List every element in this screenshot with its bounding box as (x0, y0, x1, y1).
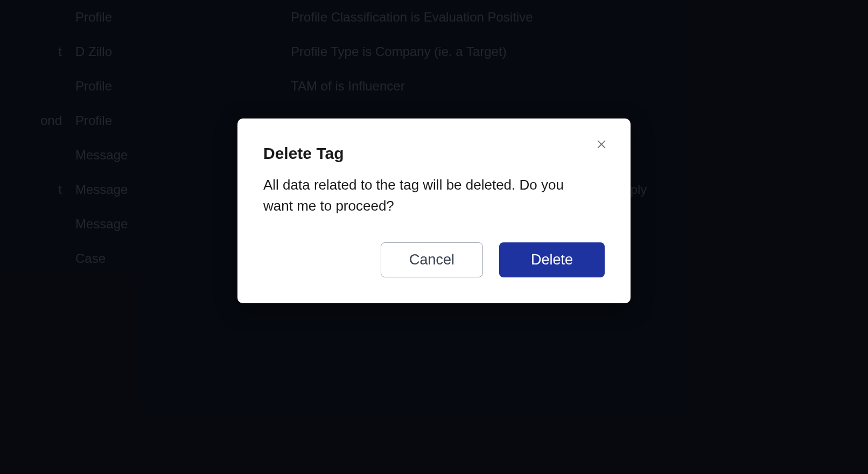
modal-overlay: Delete Tag All data related to the tag w… (0, 0, 868, 474)
dialog-title: Delete Tag (263, 144, 344, 163)
delete-button[interactable]: Delete (499, 242, 605, 277)
close-button[interactable] (593, 136, 610, 153)
dialog-body: All data related to the tag will be dele… (263, 175, 597, 217)
cancel-button[interactable]: Cancel (381, 242, 483, 277)
dialog-footer: Cancel Delete (263, 242, 605, 277)
close-icon (596, 138, 607, 150)
delete-tag-dialog: Delete Tag All data related to the tag w… (237, 119, 631, 303)
